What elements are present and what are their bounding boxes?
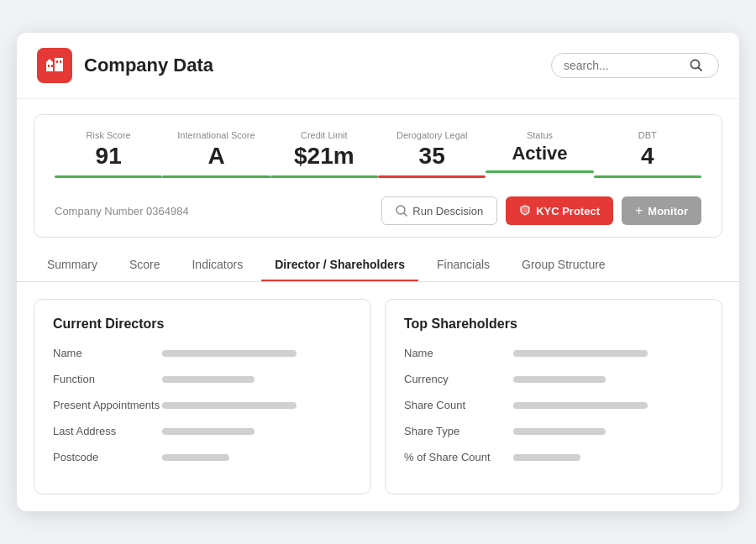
directors-present-label: Present Appointments: [53, 399, 162, 411]
search-input[interactable]: [564, 59, 690, 72]
shareholders-percent-bar: [513, 454, 580, 461]
kyc-protect-button[interactable]: KYC Protect: [506, 196, 613, 225]
svg-rect-2: [48, 65, 50, 67]
shareholders-row-currency: Currency: [404, 373, 703, 385]
metric-credit-limit-value: $21m: [270, 144, 378, 170]
app-container: Company Data Risk Score 91 International…: [17, 33, 739, 512]
header: Company Data: [17, 33, 739, 99]
directors-row-postcode: Postcode: [53, 451, 352, 463]
metric-derogatory-label: Derogatory Legal: [378, 130, 486, 140]
metric-risk-score-value: 91: [55, 144, 162, 170]
run-decision-button[interactable]: Run Descision: [381, 196, 497, 225]
metric-dbt-value: 4: [594, 144, 701, 170]
content-area: Current Directors Name Function Present …: [17, 282, 739, 511]
logo-box: [37, 48, 72, 83]
metric-derogatory-bar: [378, 175, 486, 178]
directors-postcode-bar: [162, 454, 229, 461]
directors-function-label: Function: [53, 373, 162, 385]
svg-rect-5: [60, 60, 61, 63]
shareholders-name-label: Name: [404, 347, 513, 359]
metric-credit-limit: Credit Limit $21m: [270, 130, 378, 179]
directors-name-bar: [162, 350, 297, 357]
tab-director-shareholders[interactable]: Director / Shareholders: [261, 249, 418, 281]
metric-credit-limit-bar: [270, 175, 378, 178]
metric-credit-limit-label: Credit Limit: [270, 130, 378, 140]
metric-status-label: Status: [486, 130, 593, 140]
shareholders-share-count-bar: [513, 402, 648, 409]
svg-line-8: [699, 67, 702, 71]
company-number: Company Number 0364984: [55, 205, 189, 217]
directors-function-bar: [162, 376, 255, 383]
metrics-bottom: Company Number 0364984 Run Descision KYC…: [55, 196, 701, 225]
monitor-label: Monitor: [648, 205, 688, 217]
metric-intl-score-bar: [162, 175, 270, 178]
svg-marker-6: [46, 59, 53, 62]
action-buttons: Run Descision KYC Protect + Monitor: [381, 196, 701, 225]
metric-intl-score-label: International Score: [162, 130, 270, 140]
plus-icon: +: [635, 203, 643, 218]
directors-address-label: Last Address: [53, 425, 162, 437]
shareholders-card: Top Shareholders Name Currency Share Cou…: [385, 299, 722, 494]
shareholders-name-bar: [513, 350, 648, 357]
metric-risk-score: Risk Score 91: [55, 130, 162, 179]
shareholders-row-name: Name: [404, 347, 703, 359]
metrics-card: Risk Score 91 International Score A Cred…: [34, 114, 722, 238]
tab-financials[interactable]: Financials: [423, 249, 503, 281]
metric-derogatory: Derogatory Legal 35: [378, 130, 486, 179]
metrics-row: Risk Score 91 International Score A Cred…: [55, 130, 701, 187]
directors-name-label: Name: [53, 347, 162, 359]
metric-dbt: DBT 4: [594, 130, 701, 179]
search-button[interactable]: [690, 59, 703, 72]
metric-intl-score: International Score A: [162, 130, 270, 179]
shareholders-row-share-count: Share Count: [404, 399, 703, 411]
metric-risk-score-label: Risk Score: [55, 130, 162, 140]
metric-dbt-label: DBT: [594, 130, 701, 140]
metric-risk-score-bar: [55, 175, 162, 178]
directors-row-name: Name: [53, 347, 352, 359]
metric-status: Status Active: [486, 130, 593, 173]
svg-rect-3: [51, 65, 53, 67]
svg-rect-1: [55, 58, 63, 71]
run-decision-label: Run Descision: [412, 205, 483, 217]
nav-tabs: Summary Score Indicators Director / Shar…: [17, 249, 739, 282]
monitor-button[interactable]: + Monitor: [622, 196, 701, 225]
svg-rect-4: [56, 60, 58, 63]
app-title: Company Data: [84, 55, 551, 76]
shareholders-share-type-bar: [513, 428, 606, 435]
shareholders-share-type-label: Share Type: [404, 425, 513, 437]
directors-card-title: Current Directors: [53, 316, 352, 332]
shareholders-percent-label: % of Share Count: [404, 451, 513, 463]
shareholders-currency-label: Currency: [404, 373, 513, 385]
directors-card: Current Directors Name Function Present …: [34, 299, 371, 494]
directors-row-function: Function: [53, 373, 352, 385]
directors-postcode-label: Postcode: [53, 451, 162, 463]
metric-derogatory-value: 35: [378, 144, 486, 170]
tab-indicators[interactable]: Indicators: [178, 249, 256, 281]
tab-score[interactable]: Score: [116, 249, 174, 281]
factory-icon: [45, 54, 64, 76]
metric-dbt-bar: [594, 175, 701, 178]
directors-present-bar: [162, 402, 297, 409]
shareholders-share-count-label: Share Count: [404, 399, 513, 411]
search-bar: [551, 53, 719, 78]
svg-line-10: [404, 213, 407, 217]
directors-address-bar: [162, 428, 255, 435]
metric-status-bar: [486, 170, 593, 173]
shareholders-card-title: Top Shareholders: [404, 316, 703, 332]
metric-intl-score-value: A: [162, 144, 270, 170]
tab-summary[interactable]: Summary: [34, 249, 111, 281]
shareholders-currency-bar: [513, 376, 606, 383]
tab-group-structure[interactable]: Group Structure: [508, 249, 619, 281]
shareholders-row-share-type: Share Type: [404, 425, 703, 437]
directors-row-present: Present Appointments: [53, 399, 352, 411]
shareholders-row-percent: % of Share Count: [404, 451, 703, 463]
metric-status-value: Active: [486, 144, 593, 164]
directors-row-address: Last Address: [53, 425, 352, 437]
kyc-protect-label: KYC Protect: [536, 205, 600, 217]
